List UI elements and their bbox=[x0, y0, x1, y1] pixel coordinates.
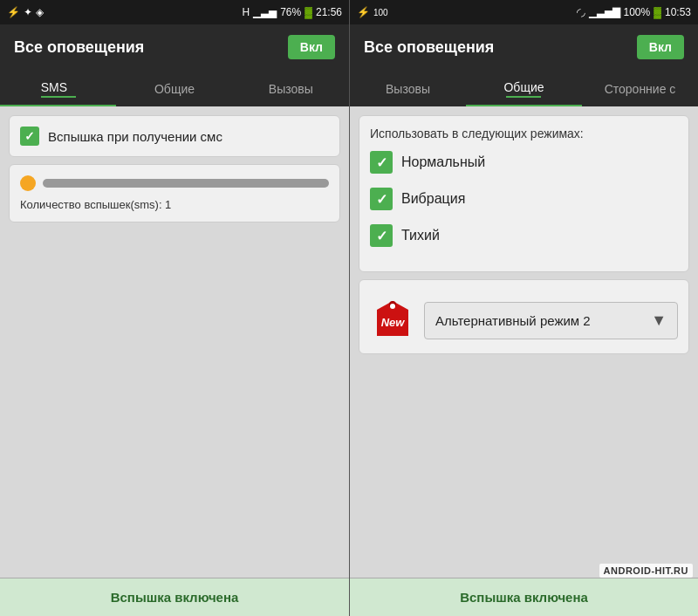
left-status-bar: ⚡ ✦ ◈ H ▁▃▅ 76% ▓ 21:56 bbox=[0, 0, 349, 24]
flash-checkbox-card: Вспышка при получении смс bbox=[9, 115, 340, 157]
tab-third-party[interactable]: Сторонние с bbox=[582, 75, 698, 106]
new-badge-row: New Альтернативный режим 2 ▼ bbox=[370, 298, 678, 343]
right-status-left: ⚡ 100 bbox=[357, 6, 388, 18]
new-mode-card: New Альтернативный режим 2 ▼ bbox=[359, 279, 689, 354]
check-vibrate-box[interactable] bbox=[370, 188, 393, 210]
left-app-header: Все оповещения Вкл bbox=[0, 24, 349, 70]
tab-calls[interactable]: Вызовы bbox=[233, 75, 349, 106]
slider-icon bbox=[20, 175, 36, 191]
left-toggle-btn[interactable]: Вкл bbox=[288, 35, 335, 59]
svg-point-2 bbox=[390, 304, 395, 309]
left-status-left: ⚡ ✦ ◈ bbox=[7, 6, 44, 18]
slider-track[interactable] bbox=[43, 179, 329, 188]
left-app-title: Все оповещения bbox=[14, 38, 144, 57]
left-bottom-bar: Вспышка включена bbox=[0, 578, 349, 616]
dropdown-label: Альтернативный режим 2 bbox=[435, 313, 591, 328]
dropdown-arrow-icon: ▼ bbox=[651, 311, 667, 330]
right-time-display: 10:53 bbox=[665, 6, 691, 18]
tab-sms[interactable]: SMS bbox=[0, 75, 116, 106]
slider-row bbox=[20, 175, 329, 191]
check-normal[interactable]: Нормальный bbox=[370, 151, 678, 174]
right-usb-icon: ⚡ bbox=[357, 6, 370, 18]
new-badge: New bbox=[370, 298, 415, 343]
right-panel: ⚡ 100 ◜◞ ▁▃▅▇ 100% ▓ 10:53 Все оповещени… bbox=[349, 0, 698, 616]
left-status-right: H ▁▃▅ 76% ▓ 21:56 bbox=[243, 6, 342, 18]
battery-icon: ▓ bbox=[305, 6, 312, 18]
check-vibrate[interactable]: Вибрация bbox=[370, 188, 678, 210]
right-app-title: Все оповещения bbox=[364, 38, 494, 57]
right-wifi-icon: ◜◞ bbox=[577, 6, 585, 18]
signal-icon: ▁▃▅ bbox=[253, 6, 277, 18]
bluetooth-icon: ✦ bbox=[24, 6, 32, 18]
check-silent-label: Тихий bbox=[401, 228, 440, 243]
tab-general-left[interactable]: Общие bbox=[116, 75, 232, 106]
right-status-right: ◜◞ ▁▃▅▇ 100% ▓ 10:53 bbox=[577, 6, 691, 18]
check-silent-box[interactable] bbox=[370, 224, 393, 247]
right-status-bar: ⚡ 100 ◜◞ ▁▃▅▇ 100% ▓ 10:53 bbox=[350, 0, 698, 24]
check-silent[interactable]: Тихий bbox=[370, 224, 678, 247]
section-title: Использовать в следующих режимах: bbox=[370, 127, 678, 140]
tab-calls-right[interactable]: Вызовы bbox=[350, 75, 466, 106]
check-vibrate-label: Вибрация bbox=[401, 191, 465, 207]
watermark: ANDROID-HIT.RU bbox=[599, 564, 693, 578]
right-tab-bar: Вызовы Общие Сторонние с bbox=[350, 70, 698, 106]
right-bottom-text: Вспышка включена bbox=[460, 590, 588, 605]
left-panel: ⚡ ✦ ◈ H ▁▃▅ 76% ▓ 21:56 Все оповещения В… bbox=[0, 0, 349, 616]
modes-card: Использовать в следующих режимах: Нормал… bbox=[359, 115, 689, 272]
slider-card: Количество вспышек(sms): 1 bbox=[9, 164, 340, 222]
battery-percent: 76% bbox=[280, 6, 301, 18]
svg-text:New: New bbox=[381, 316, 406, 329]
right-battery-icon: ▓ bbox=[654, 6, 661, 18]
slider-label: Количество вспышек(sms): 1 bbox=[20, 198, 329, 211]
right-signal-icon: ▁▃▅▇ bbox=[589, 6, 620, 18]
right-bottom-bar: Вспышка включена bbox=[350, 578, 698, 616]
network-type: H bbox=[243, 6, 250, 18]
right-toggle-btn[interactable]: Вкл bbox=[637, 35, 684, 59]
check-normal-box[interactable] bbox=[370, 151, 393, 174]
flash-checkbox[interactable] bbox=[20, 127, 39, 146]
right-battery-percent: 100% bbox=[624, 6, 651, 18]
new-badge-svg: New bbox=[370, 298, 415, 343]
android-icon: ◈ bbox=[36, 6, 44, 18]
usb-icon: ⚡ bbox=[7, 6, 20, 18]
right-app-header: Все оповещения Вкл bbox=[350, 24, 698, 70]
right-100-icon: 100 bbox=[373, 8, 388, 17]
time-display: 21:56 bbox=[316, 6, 342, 18]
flash-checkbox-row[interactable]: Вспышка при получении смс bbox=[20, 127, 329, 146]
left-content: Вспышка при получении смс Количество всп… bbox=[0, 106, 349, 578]
right-content: Использовать в следующих режимах: Нормал… bbox=[350, 106, 698, 578]
left-bottom-text: Вспышка включена bbox=[111, 590, 239, 605]
left-tab-bar: SMS Общие Вызовы bbox=[0, 70, 349, 106]
tab-general-right[interactable]: Общие bbox=[466, 75, 582, 106]
flash-checkbox-label: Вспышка при получении смс bbox=[48, 129, 222, 144]
check-normal-label: Нормальный bbox=[401, 154, 485, 170]
mode-dropdown[interactable]: Альтернативный режим 2 ▼ bbox=[424, 302, 678, 339]
